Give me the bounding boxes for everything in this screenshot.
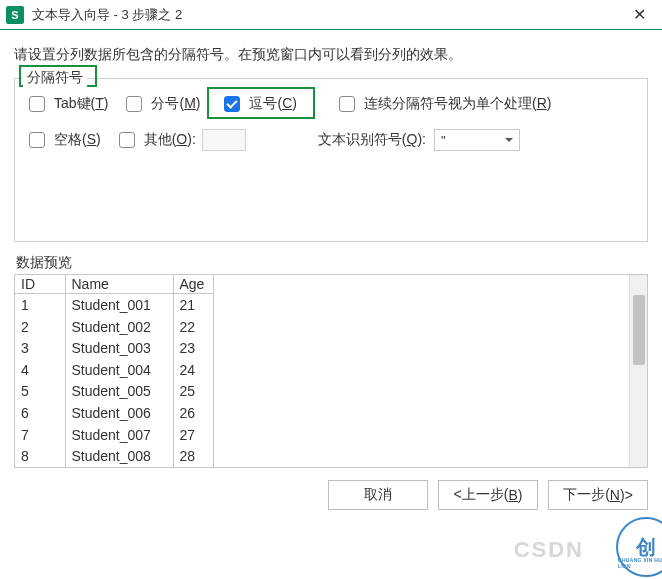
next-button[interactable]: 下一步(N)> <box>548 480 648 510</box>
table-row: 8Student_00828 <box>15 445 213 467</box>
comma-checkbox-group: 逗号(C) <box>220 93 296 115</box>
space-label[interactable]: 空格(S) <box>54 131 101 149</box>
qualifier-select[interactable]: " <box>434 129 520 151</box>
consecutive-label[interactable]: 连续分隔符号视为单个处理(R) <box>364 95 551 113</box>
delimiters-fieldset: 分隔符号 Tab键(T) 分号(M) 逗号(C) 连续分隔符号视为单个处理(R) <box>14 78 648 242</box>
close-button[interactable]: ✕ <box>616 0 662 30</box>
col-id-header: ID <box>15 275 65 294</box>
col-age-header: Age <box>173 275 213 294</box>
watermark-text: CSDN <box>514 537 584 563</box>
consecutive-checkbox-group: 连续分隔符号视为单个处理(R) <box>335 93 551 115</box>
table-row: 4Student_00424 <box>15 359 213 381</box>
tab-checkbox[interactable] <box>29 96 45 112</box>
cancel-button[interactable]: 取消 <box>328 480 428 510</box>
semicolon-checkbox-group: 分号(M) <box>122 93 200 115</box>
back-button[interactable]: <上一步(B) <box>438 480 538 510</box>
delimiters-row-2: 空格(S) 其他(O): 文本识别符号(Q): " <box>25 129 637 151</box>
qualifier-label: 文本识别符号(Q): <box>318 131 426 149</box>
other-checkbox[interactable] <box>119 132 135 148</box>
tab-checkbox-group: Tab键(T) <box>25 93 108 115</box>
watermark: 创 CHUANG XIN HU LIAN <box>602 517 662 577</box>
semicolon-checkbox[interactable] <box>126 96 142 112</box>
delimiters-legend: 分隔符号 <box>23 69 87 87</box>
table-header-row: ID Name Age <box>15 275 213 294</box>
preview-table: ID Name Age 1Student_00121 2Student_0022… <box>15 275 214 467</box>
titlebar-left: S 文本导入向导 - 3 步骤之 2 <box>6 6 182 24</box>
space-checkbox[interactable] <box>29 132 45 148</box>
table-row: 1Student_00121 <box>15 294 213 316</box>
preview-inner: ID Name Age 1Student_00121 2Student_0022… <box>15 275 647 467</box>
preview-scrollbar[interactable] <box>629 275 647 467</box>
qualifier-value: " <box>441 133 446 148</box>
window-title: 文本导入向导 - 3 步骤之 2 <box>32 6 182 24</box>
table-body: 1Student_00121 2Student_00222 3Student_0… <box>15 294 213 468</box>
other-input[interactable] <box>202 129 246 151</box>
other-label[interactable]: 其他(O): <box>144 131 196 149</box>
table-row: 6Student_00626 <box>15 402 213 424</box>
close-icon: ✕ <box>633 5 646 24</box>
comma-label[interactable]: 逗号(C) <box>249 95 296 113</box>
instruction-text: 请设置分列数据所包含的分隔符号。在预览窗口内可以看到分列的效果。 <box>14 46 648 64</box>
other-checkbox-group: 其他(O): <box>115 129 246 151</box>
footer-buttons: 取消 <上一步(B) 下一步(N)> <box>0 468 662 510</box>
table-row: 2Student_00222 <box>15 316 213 338</box>
content-area: 请设置分列数据所包含的分隔符号。在预览窗口内可以看到分列的效果。 分隔符号 Ta… <box>0 30 662 468</box>
titlebar: S 文本导入向导 - 3 步骤之 2 ✕ <box>0 0 662 30</box>
app-icon: S <box>6 6 24 24</box>
text-qualifier-group: 文本识别符号(Q): " <box>260 129 520 151</box>
table-row: 3Student_00323 <box>15 337 213 359</box>
watermark-logo-icon: 创 CHUANG XIN HU LIAN <box>616 517 662 577</box>
comma-checkbox[interactable] <box>224 96 240 112</box>
scrollbar-thumb[interactable] <box>633 295 645 365</box>
space-checkbox-group: 空格(S) <box>25 129 101 151</box>
delimiters-row-1: Tab键(T) 分号(M) 逗号(C) 连续分隔符号视为单个处理(R) <box>25 93 637 115</box>
consecutive-checkbox[interactable] <box>339 96 355 112</box>
tab-label[interactable]: Tab键(T) <box>54 95 108 113</box>
preview-label: 数据预览 <box>16 254 648 272</box>
col-name-header: Name <box>65 275 173 294</box>
table-row: 7Student_00727 <box>15 424 213 446</box>
semicolon-label[interactable]: 分号(M) <box>151 95 200 113</box>
table-row: 5Student_00525 <box>15 381 213 403</box>
preview-box: ID Name Age 1Student_00121 2Student_0022… <box>14 274 648 468</box>
